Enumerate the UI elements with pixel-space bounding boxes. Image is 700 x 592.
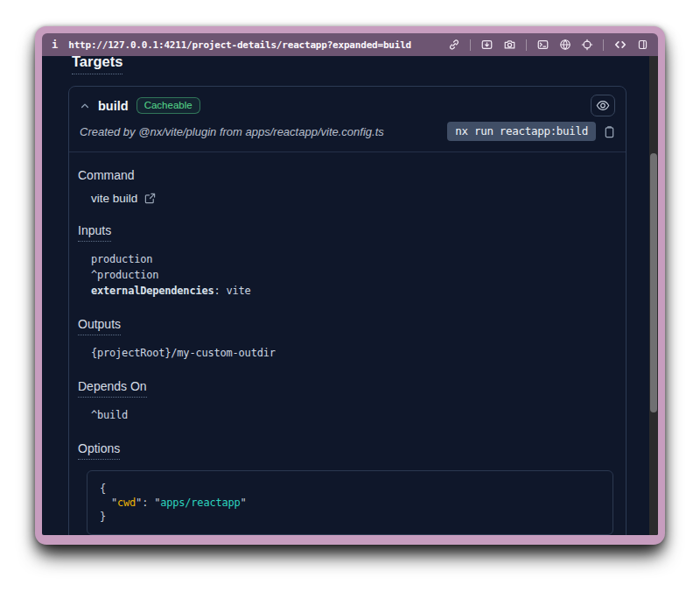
json-value: apps/reactapp bbox=[160, 497, 240, 509]
depends-on-item: ^build bbox=[91, 407, 615, 423]
inputs-heading: Inputs bbox=[78, 223, 615, 242]
view-target-button[interactable] bbox=[591, 95, 615, 116]
command-heading: Command bbox=[78, 168, 615, 182]
chevron-up-icon[interactable] bbox=[80, 101, 90, 111]
outputs-heading: Outputs bbox=[78, 317, 615, 335]
link-icon[interactable] bbox=[448, 39, 460, 51]
options-json-block: { "cwd": "apps/reactapp" } bbox=[87, 470, 613, 535]
build-card-header[interactable]: build Cacheable Created by @nx/vite/plug… bbox=[69, 87, 626, 152]
depends-on-heading: Depends On bbox=[78, 379, 615, 398]
page-title: Targets bbox=[72, 56, 626, 74]
titlebar-divider bbox=[470, 39, 471, 51]
input-item: ^production bbox=[91, 267, 615, 283]
titlebar-divider bbox=[526, 39, 527, 51]
info-icon: i bbox=[52, 39, 58, 51]
scrollbar-thumb[interactable] bbox=[650, 153, 657, 412]
created-by-text: Created by @nx/vite/plugin from apps/rea… bbox=[80, 125, 384, 138]
cacheable-badge: Cacheable bbox=[136, 97, 200, 114]
run-command-chip[interactable]: nx run reactapp:build bbox=[447, 122, 596, 141]
code-icon[interactable] bbox=[613, 39, 627, 51]
command-value: vite build bbox=[91, 192, 615, 205]
page-content: Targets build Cacheable bbox=[42, 56, 658, 535]
globe-icon[interactable] bbox=[559, 39, 571, 51]
terminal-icon[interactable] bbox=[536, 39, 550, 51]
split-view-icon[interactable] bbox=[637, 39, 648, 51]
crosshair-icon[interactable] bbox=[581, 39, 593, 51]
input-item: production bbox=[91, 251, 615, 267]
output-item: {projectRoot}/my-custom-outdir bbox=[91, 345, 615, 361]
url-text[interactable]: http://127.0.0.1:4211/project-details/re… bbox=[68, 39, 411, 51]
titlebar-divider bbox=[603, 39, 604, 51]
download-box-icon[interactable] bbox=[480, 39, 494, 51]
options-heading: Options bbox=[78, 441, 615, 460]
target-card-build: build Cacheable Created by @nx/vite/plug… bbox=[68, 86, 626, 535]
json-line: { bbox=[100, 482, 600, 496]
browser-window: i http://127.0.0.1:4211/project-details/… bbox=[35, 26, 665, 545]
copy-icon[interactable] bbox=[604, 125, 615, 138]
input-item: externalDependencies: vite bbox=[91, 283, 615, 299]
json-line: "cwd": "apps/reactapp" bbox=[100, 496, 600, 510]
scrollbar-track[interactable] bbox=[649, 56, 658, 535]
external-link-icon[interactable] bbox=[144, 193, 156, 204]
titlebar: i http://127.0.0.1:4211/project-details/… bbox=[42, 33, 658, 56]
json-line: } bbox=[100, 510, 600, 524]
camera-icon[interactable] bbox=[503, 39, 516, 51]
target-name: build bbox=[98, 99, 129, 113]
json-key: cwd bbox=[117, 497, 136, 509]
build-card-body: Command vite build Inputs bbox=[69, 152, 626, 535]
